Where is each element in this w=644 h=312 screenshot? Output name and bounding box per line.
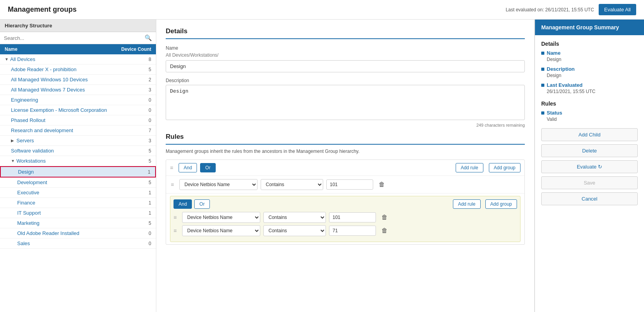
item-label[interactable]: Workstations bbox=[16, 158, 128, 164]
evaluate-button[interactable]: Evaluate ↻ bbox=[541, 160, 638, 173]
drag-handle-icon[interactable]: ≡ bbox=[174, 228, 179, 234]
item-count: 1 bbox=[128, 210, 151, 216]
right-panel: Management Group Summary Details Name De… bbox=[535, 20, 644, 312]
rule2-operator-select[interactable]: Contains bbox=[263, 212, 326, 223]
hierarchy-title: Hierarchy Structure bbox=[5, 23, 52, 29]
rule3-value-input[interactable] bbox=[329, 226, 376, 236]
item-label[interactable]: Development bbox=[17, 179, 128, 185]
item-label[interactable]: All Devices bbox=[10, 56, 128, 62]
description-textarea[interactable]: Design bbox=[166, 85, 525, 120]
rules-section-title: Rules bbox=[166, 133, 525, 145]
rp-name-value: Design bbox=[541, 57, 638, 62]
drag-handle-icon[interactable]: ≡ bbox=[170, 165, 175, 171]
list-item[interactable]: Engineering 0 bbox=[0, 95, 156, 105]
list-item[interactable]: Research and development 7 bbox=[0, 126, 156, 136]
top-bar-right: Last evaluated on: 26/11/2021, 15:55 UTC… bbox=[506, 4, 636, 15]
inner-add-group-button[interactable]: Add group bbox=[485, 199, 517, 209]
list-item[interactable]: All Managed Windows 7 Devices 3 bbox=[0, 85, 156, 95]
rule2-value-input[interactable] bbox=[329, 212, 376, 222]
item-count: 7 bbox=[128, 128, 151, 133]
rule3-delete-button[interactable]: 🗑 bbox=[379, 226, 390, 235]
item-label[interactable]: License Exemption - Microsoft Corporatio… bbox=[11, 107, 128, 113]
col-count-header: Device Count bbox=[116, 47, 151, 52]
rule3-operator-select[interactable]: Contains bbox=[263, 225, 326, 236]
outer-add-rule-button[interactable]: Add rule bbox=[456, 163, 483, 172]
search-input[interactable] bbox=[4, 35, 142, 41]
name-field-label: Name bbox=[166, 45, 525, 51]
expand-icon[interactable]: ▶ bbox=[11, 138, 16, 143]
list-item[interactable]: IT Support 1 bbox=[0, 208, 156, 218]
item-label[interactable]: All Managed Windows 7 Devices bbox=[11, 87, 128, 93]
name-field-path: All Devices/Workstations/ bbox=[166, 52, 525, 58]
right-panel-body: Details Name Design Description Design bbox=[535, 35, 644, 214]
list-item[interactable]: All Managed Windows 10 Devices 2 bbox=[0, 75, 156, 85]
item-count: 0 bbox=[128, 241, 151, 246]
rp-dot-icon bbox=[541, 52, 544, 55]
rule1-operator-select[interactable]: Contains bbox=[261, 179, 323, 190]
item-label[interactable]: IT Support bbox=[17, 210, 128, 216]
rule1-value-input[interactable] bbox=[326, 179, 373, 190]
list-item[interactable]: ▶ Servers 3 bbox=[0, 136, 156, 146]
item-label[interactable]: Research and development bbox=[11, 127, 128, 133]
list-item[interactable]: License Exemption - Microsoft Corporatio… bbox=[0, 105, 156, 115]
inner-add-rule-button[interactable]: Add rule bbox=[453, 199, 481, 209]
outer-and-button[interactable]: And bbox=[179, 163, 197, 172]
rp-last-evaluated-label: Last Evaluated bbox=[541, 82, 638, 88]
item-label[interactable]: Old Adobe Reader Installed bbox=[17, 230, 128, 236]
item-label[interactable]: Design bbox=[18, 169, 127, 175]
item-label[interactable]: Sales bbox=[17, 240, 128, 246]
rule1-delete-button[interactable]: 🗑 bbox=[376, 180, 387, 189]
collapse-icon[interactable]: ▼ bbox=[5, 57, 10, 61]
evaluate-all-button[interactable]: Evaluate All bbox=[599, 4, 636, 15]
list-item[interactable]: Marketing 5 bbox=[0, 218, 156, 228]
summary-title: Management Group Summary bbox=[541, 24, 619, 30]
list-item[interactable]: Development 5 bbox=[0, 178, 156, 188]
item-label[interactable]: All Managed Windows 10 Devices bbox=[11, 77, 128, 82]
rule2-delete-button[interactable]: 🗑 bbox=[379, 213, 390, 222]
rule3-field-select[interactable]: Device Netbios Name bbox=[182, 225, 260, 236]
item-label[interactable]: Executive bbox=[17, 190, 128, 195]
list-item-design[interactable]: Design 1 bbox=[0, 166, 156, 178]
rule2-field-select[interactable]: Device Netbios Name bbox=[182, 212, 260, 223]
tree-list: ▼ All Devices 8 Adobe Reader X - prohibi… bbox=[0, 54, 156, 312]
list-item[interactable]: Adobe Reader X - prohibition 5 bbox=[0, 65, 156, 75]
outer-add-group-button[interactable]: Add group bbox=[489, 163, 521, 172]
list-item[interactable]: Old Adobe Reader Installed 0 bbox=[0, 228, 156, 238]
drag-handle-icon[interactable]: ≡ bbox=[171, 181, 176, 188]
rp-description-value: Design bbox=[541, 73, 638, 78]
add-child-button[interactable]: Add Child bbox=[541, 128, 638, 141]
item-count: 1 bbox=[127, 169, 150, 175]
item-label[interactable]: Engineering bbox=[11, 97, 128, 103]
save-button[interactable]: Save bbox=[541, 176, 638, 189]
rp-dot-icon bbox=[541, 111, 544, 115]
item-label[interactable]: Servers bbox=[16, 138, 128, 143]
item-count: 5 bbox=[128, 221, 151, 226]
outer-or-button[interactable]: Or bbox=[200, 163, 215, 172]
list-item[interactable]: Sales 0 bbox=[0, 238, 156, 249]
cancel-button[interactable]: Cancel bbox=[541, 192, 638, 205]
rp-last-evaluated-field: Last Evaluated 26/11/2021, 15:55 UTC bbox=[541, 82, 638, 94]
item-label[interactable]: Finance bbox=[17, 200, 128, 206]
drag-handle-icon[interactable]: ≡ bbox=[174, 214, 179, 221]
list-item[interactable]: ▼ Workstations 5 bbox=[0, 156, 156, 166]
list-item[interactable]: Finance 1 bbox=[0, 198, 156, 208]
delete-button[interactable]: Delete bbox=[541, 144, 638, 157]
rp-description-label: Description bbox=[541, 66, 638, 72]
collapse-icon[interactable]: ▼ bbox=[11, 159, 16, 163]
list-item[interactable]: Executive 1 bbox=[0, 188, 156, 198]
center-panel: Details Name All Devices/Workstations/ D… bbox=[156, 20, 535, 312]
item-label[interactable]: Phased Rollout bbox=[11, 117, 128, 123]
item-label[interactable]: Adobe Reader X - prohibition bbox=[11, 66, 128, 72]
search-icon[interactable]: 🔍 bbox=[145, 34, 152, 41]
item-label[interactable]: Software validation bbox=[11, 148, 128, 154]
item-count: 3 bbox=[128, 138, 151, 143]
list-item[interactable]: Phased Rollout 0 bbox=[0, 115, 156, 126]
list-item[interactable]: Software validation 5 bbox=[0, 146, 156, 156]
name-input[interactable] bbox=[166, 60, 525, 72]
item-label[interactable]: Marketing bbox=[17, 220, 128, 226]
rp-name-label: Name bbox=[541, 50, 638, 56]
inner-or-button[interactable]: Or bbox=[194, 199, 209, 209]
rule1-field-select[interactable]: Device Netbios Name bbox=[179, 179, 258, 190]
inner-and-button[interactable]: And bbox=[174, 199, 192, 209]
list-item[interactable]: ▼ All Devices 8 bbox=[0, 54, 156, 65]
